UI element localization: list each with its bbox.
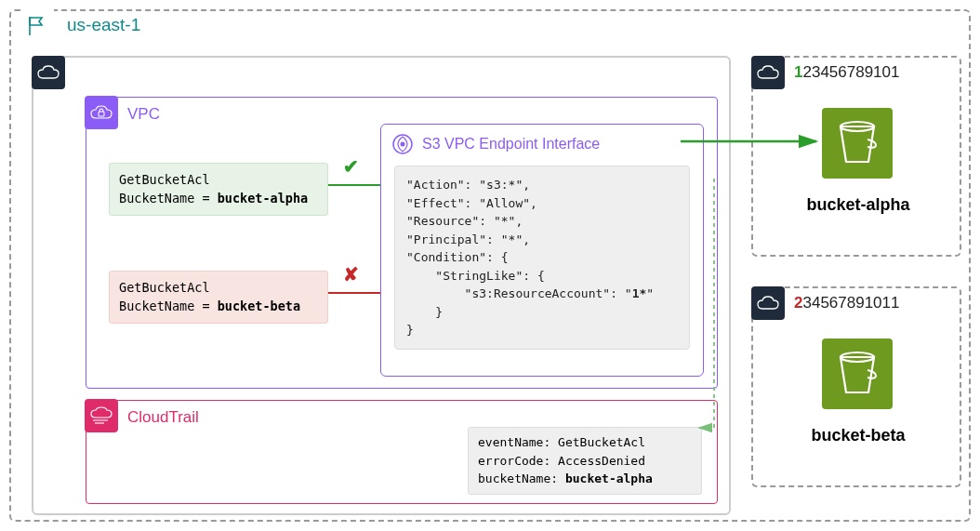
endpoint-label: S3 VPC Endpoint Interface (422, 136, 600, 153)
bucket-icon (822, 339, 893, 413)
region-box: us-east-1 VPC GetBucketAcl BucketName = … (9, 9, 971, 522)
svg-point-4 (401, 142, 405, 147)
vpc-icon (85, 96, 118, 129)
account-b: 234567891011 bucket-beta (751, 286, 961, 487)
svg-rect-7 (822, 108, 893, 179)
account-b-id: 234567891011 (794, 294, 899, 312)
bucket-icon (822, 108, 893, 182)
request-beta: GetBucketAcl BucketName = bucket-beta (109, 271, 328, 324)
request-alpha: GetBucketAcl BucketName = bucket-alpha (109, 163, 328, 216)
endpoint-icon (391, 132, 415, 156)
region-label: us-east-1 (61, 15, 146, 35)
check-icon: ✔ (343, 155, 359, 178)
bucket-alpha-label: bucket-alpha (753, 195, 963, 215)
cloud-icon (751, 56, 785, 89)
x-icon: ✘ (343, 263, 359, 285)
svg-rect-0 (99, 112, 104, 116)
req-alpha-key: BucketName = (119, 191, 218, 206)
cloudtrail-label: CloudTrail (127, 408, 199, 427)
cloudtrail-icon (85, 399, 118, 432)
bucket-beta-label: bucket-beta (753, 426, 963, 445)
req-alpha-bucket: bucket-alpha (218, 191, 309, 206)
req-beta-bucket: bucket-beta (218, 299, 300, 313)
endpoint-box: S3 VPC Endpoint Interface "Action": "s3:… (380, 124, 704, 377)
account-a-id: 123456789101 (794, 63, 899, 82)
account-a: 123456789101 bucket-alpha (751, 56, 961, 257)
cloud-icon (751, 286, 785, 320)
vpc-label: VPC (127, 105, 160, 124)
req-alpha-action: GetBucketAcl (119, 171, 318, 190)
account-main: VPC GetBucketAcl BucketName = bucket-alp… (32, 56, 731, 515)
cloud-icon (32, 56, 65, 89)
vpc-box: VPC GetBucketAcl BucketName = bucket-alp… (86, 97, 718, 389)
svg-rect-9 (822, 339, 893, 409)
cloudtrail-box: CloudTrail eventName: GetBucketAcl error… (86, 400, 718, 504)
endpoint-policy: "Action": "s3:*", "Effect": "Allow", "Re… (394, 166, 690, 350)
req-beta-action: GetBucketAcl (119, 279, 318, 298)
cloudtrail-event: eventName: GetBucketAcl errorCode: Acces… (468, 427, 702, 495)
req-beta-key: BucketName = (119, 299, 218, 313)
flag-icon (20, 9, 54, 43)
